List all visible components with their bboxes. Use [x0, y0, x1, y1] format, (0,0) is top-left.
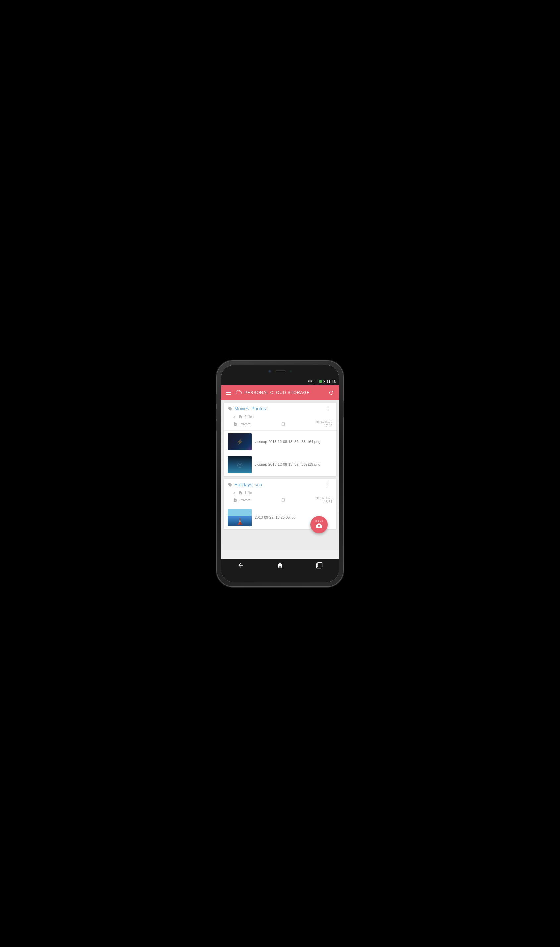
file-name-vlcsnap-164: vlcsnap-2013-12-08-13h39m33s164.png — [255, 439, 320, 444]
app-title: PERSONAL CLOUD STORAGE — [244, 390, 324, 395]
upload-fab-button[interactable]: Upload — [311, 516, 328, 533]
file-count-row-holidays: ∧ 1 file — [233, 490, 332, 496]
earpiece-speaker — [275, 370, 286, 372]
hamburger-icon — [226, 391, 231, 395]
phone-frame: 11:46 PERSONAL CLOUD STORAGE — [217, 361, 343, 587]
album-card-movies-photos: Movies: Photos ⋮ ∧ 2 files — [224, 403, 336, 476]
album-header-holidays-sea: Holidays: sea ⋮ — [224, 479, 336, 489]
privacy-movies: Private — [239, 422, 251, 426]
file-count-holidays: 1 file — [244, 491, 252, 494]
upload-icon — [316, 522, 322, 529]
album-name-movies-photos: Movies: Photos — [234, 406, 324, 411]
home-button[interactable] — [271, 559, 289, 571]
upload-fab-label: Upload — [315, 520, 323, 522]
date-holidays: 2013-11-28 18:31 — [315, 496, 332, 504]
file-name-vlcsnap-219: vlcsnap-2013-12-08-13h39m38s219.png — [255, 462, 320, 467]
battery-icon — [319, 380, 324, 383]
album-meta-movies: ∧ 2 files Private — [224, 413, 336, 430]
file-thumbnail-vlcsnap-164 — [228, 433, 251, 450]
bottom-bezel — [221, 573, 339, 582]
privacy-date-row-holidays: Private 2013-11-28 18:31 — [233, 496, 332, 504]
app-bar: PERSONAL CLOUD STORAGE — [221, 385, 339, 400]
file-icon-holidays — [238, 491, 242, 495]
refresh-button[interactable] — [326, 388, 336, 398]
recents-icon — [316, 562, 323, 569]
menu-button[interactable] — [224, 389, 233, 397]
top-bezel — [221, 365, 339, 377]
refresh-icon — [328, 390, 334, 396]
recents-button[interactable] — [311, 559, 328, 571]
back-button[interactable] — [232, 559, 249, 571]
collapse-button-holidays[interactable]: ∧ — [233, 491, 235, 494]
file-count-row-movies: ∧ 2 files — [233, 414, 332, 420]
file-thumbnail-sea-jpg — [228, 509, 251, 527]
status-icons: 11:46 — [308, 380, 336, 383]
bottom-navigation — [221, 559, 339, 573]
file-icon-movies — [238, 415, 242, 419]
back-icon — [237, 562, 244, 569]
file-count-movies: 2 files — [244, 415, 254, 419]
phone-screen: 11:46 PERSONAL CLOUD STORAGE — [221, 365, 339, 582]
cloud-icon — [235, 391, 242, 395]
file-thumbnail-vlcsnap-219 — [228, 456, 251, 473]
lock-icon-movies — [233, 422, 237, 426]
file-item-vlcsnap-219[interactable]: vlcsnap-2013-12-08-13h39m38s219.png — [224, 453, 336, 476]
calendar-icon-movies — [282, 422, 285, 426]
tag-icon-holidays — [228, 482, 232, 487]
collapse-button-movies[interactable]: ∧ — [233, 415, 235, 419]
signal-bars-icon — [314, 380, 317, 383]
wifi-icon — [308, 380, 312, 383]
file-item-vlcsnap-164[interactable]: vlcsnap-2013-12-08-13h39m33s164.png — [224, 430, 336, 453]
more-options-button-movies[interactable]: ⋮ — [324, 406, 332, 411]
front-camera — [268, 370, 271, 373]
home-icon — [277, 562, 283, 569]
tag-icon — [228, 407, 232, 411]
more-options-button-holidays[interactable]: ⋮ — [324, 482, 332, 487]
album-meta-holidays: ∧ 1 file Private — [224, 489, 336, 506]
status-time: 11:46 — [326, 380, 336, 383]
calendar-icon-holidays — [282, 498, 285, 502]
lock-icon-holidays — [233, 497, 237, 502]
album-name-holidays: Holidays: sea — [234, 482, 324, 487]
proximity-sensor — [289, 370, 292, 372]
file-name-sea-jpg: 2013-09-22_16.25.05.jpg — [255, 515, 295, 520]
status-bar: 11:46 — [221, 377, 339, 385]
privacy-date-row-movies: Private 2014-01-22 17:42 — [233, 420, 332, 428]
album-header-movies-photos: Movies: Photos ⋮ — [224, 403, 336, 413]
battery-fill — [319, 380, 322, 382]
date-movies: 2014-01-22 17:42 — [315, 420, 332, 428]
privacy-holidays: Private — [239, 498, 251, 502]
